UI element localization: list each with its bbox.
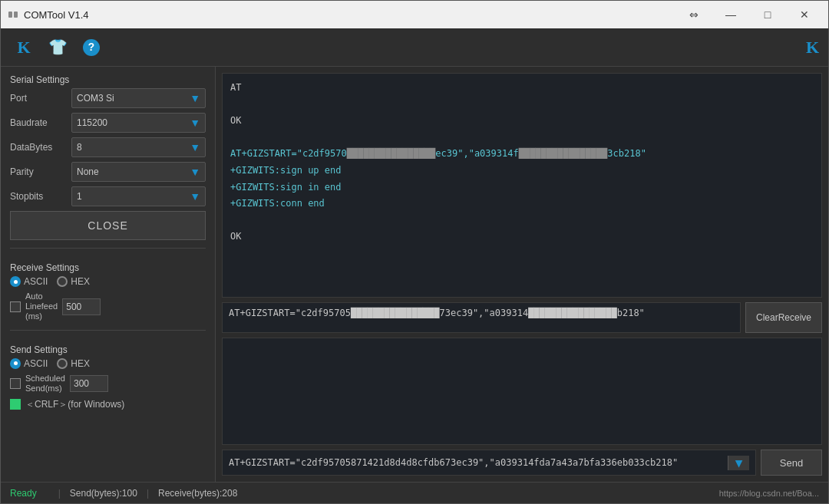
databytes-row: DataBytes 8 ▼	[10, 137, 206, 157]
databytes-arrow-icon: ▼	[190, 141, 200, 153]
k-logo-button[interactable]: K	[10, 34, 38, 61]
status-receive-bytes: Receive(bytes):208	[158, 488, 237, 499]
scheduled-ms-input[interactable]	[70, 375, 108, 392]
send-settings-section: Send Settings ASCII HEX Scheduled	[10, 344, 206, 411]
send-mode-row: ASCII HEX	[10, 358, 206, 369]
left-panel: Serial Settings Port COM3 Si ▼ Baudrate …	[1, 67, 216, 482]
window-controls: ⇔ — □ ✕	[676, 3, 822, 26]
send-input-row: AT+GIZSTART="c2df95705871421d8d4d8cfdb67…	[222, 450, 822, 476]
shirt-icon: 👕	[48, 38, 68, 57]
status-bar: Ready | Send(bytes):100 | Receive(bytes)…	[1, 482, 828, 503]
databytes-label: DataBytes	[10, 142, 71, 153]
log-line-signin: +GIZWITS:sign in end	[230, 180, 814, 196]
send-settings-title: Send Settings	[10, 344, 206, 355]
receive-hex-radio[interactable]	[57, 276, 68, 287]
send-input-dropdown-icon[interactable]: ▼	[728, 456, 749, 470]
crlf-row: ＜CRLF＞(for Windows)	[10, 398, 206, 411]
port-select[interactable]: COM3 Si ▼	[71, 88, 206, 108]
receive-input-row: AT+GIZSTART="c2df95705████████████████73…	[222, 302, 822, 333]
status-send-bytes: Send(bytes):100	[70, 488, 137, 499]
log-line-at: AT	[230, 80, 814, 97]
send-input-display[interactable]: AT+GIZSTART="c2df95705871421d8d4d8cfdb67…	[222, 450, 756, 476]
send-ascii-radio[interactable]	[10, 358, 21, 369]
crlf-checkbox[interactable]	[10, 399, 21, 410]
parity-arrow-icon: ▼	[190, 166, 200, 178]
receive-settings-section: Receive Settings ASCII HEX Auto L	[10, 262, 206, 322]
databytes-select[interactable]: 8 ▼	[71, 137, 206, 157]
right-panel: AT OK AT+GIZSTART="c2df9570█████████████…	[216, 67, 828, 482]
linefeed-ms-input[interactable]	[62, 298, 101, 315]
baudrate-row: Baudrate 115200 ▼	[10, 113, 206, 133]
parity-row: Parity None ▼	[10, 162, 206, 182]
help-icon: ?	[83, 39, 100, 56]
receive-mode-row: ASCII HEX	[10, 276, 206, 287]
app-icon	[7, 8, 19, 21]
log-line-ok1: OK	[230, 113, 814, 130]
receive-settings-title: Receive Settings	[10, 262, 206, 273]
main-content: Serial Settings Port COM3 Si ▼ Baudrate …	[1, 67, 828, 482]
stopbits-select[interactable]: 1 ▼	[71, 186, 206, 206]
send-log-area	[222, 338, 822, 445]
divider-1	[10, 248, 206, 249]
log-line-signup: +GIZWITS:sign up end	[230, 163, 814, 180]
receive-hex-option[interactable]: HEX	[57, 276, 90, 287]
svg-rect-1	[14, 12, 18, 18]
stopbits-label: Stopbits	[10, 191, 71, 202]
log-line-ok2: OK	[230, 229, 814, 245]
auto-linefeed-row: Auto Linefeed (ms)	[10, 292, 206, 322]
toolbar: K 👕 ? K	[1, 28, 828, 67]
stopbits-arrow-icon: ▼	[190, 190, 200, 203]
scheduled-send-row: Scheduled Send(ms)	[10, 374, 206, 394]
baudrate-select[interactable]: 115200 ▼	[71, 113, 206, 133]
status-url: https://blog.csdn.net/Boa...	[719, 489, 819, 498]
serial-settings-section: Serial Settings Port COM3 Si ▼ Baudrate …	[10, 74, 206, 240]
k-right-icon: K	[806, 38, 819, 58]
log-line-conn: +GIZWITS:conn end	[230, 196, 814, 212]
log-line-gizstart: AT+GIZSTART="c2df9570████████████████ec3…	[230, 146, 814, 163]
parity-select[interactable]: None ▼	[71, 162, 206, 182]
close-button[interactable]: ✕	[787, 3, 822, 26]
receive-input-display: AT+GIZSTART="c2df95705████████████████73…	[222, 302, 741, 333]
divider-2	[10, 330, 206, 331]
baudrate-arrow-icon: ▼	[190, 117, 200, 129]
send-button[interactable]: Send	[761, 450, 822, 476]
scheduled-send-checkbox[interactable]	[10, 378, 21, 389]
close-serial-button[interactable]: CLOSE	[10, 211, 206, 240]
port-arrow-icon: ▼	[190, 92, 200, 104]
pin-button[interactable]: ⇔	[676, 3, 712, 26]
window-title: COMTool V1.4	[24, 9, 676, 21]
auto-linefeed-checkbox[interactable]	[10, 301, 21, 312]
k-icon: K	[17, 39, 30, 56]
title-bar: COMTool V1.4 ⇔ — □ ✕	[1, 1, 828, 28]
help-button[interactable]: ?	[78, 34, 105, 61]
send-hex-radio[interactable]	[57, 358, 68, 369]
status-ready: Ready	[10, 488, 37, 499]
clear-receive-button[interactable]: ClearReceive	[745, 302, 822, 333]
shirt-button[interactable]: 👕	[44, 34, 71, 61]
app-window: COMTool V1.4 ⇔ — □ ✕ K 👕 ? K Serial Sett…	[0, 0, 829, 504]
send-hex-option[interactable]: HEX	[57, 358, 90, 369]
baudrate-label: Baudrate	[10, 117, 71, 128]
maximize-button[interactable]: □	[750, 3, 785, 26]
receive-ascii-option[interactable]: ASCII	[10, 276, 48, 287]
minimize-button[interactable]: —	[713, 3, 748, 26]
receive-ascii-radio[interactable]	[10, 276, 21, 287]
port-label: Port	[10, 93, 71, 104]
svg-rect-0	[8, 12, 12, 18]
parity-label: Parity	[10, 166, 71, 177]
stopbits-row: Stopbits 1 ▼	[10, 186, 206, 206]
serial-settings-title: Serial Settings	[10, 74, 206, 85]
send-ascii-option[interactable]: ASCII	[10, 358, 48, 369]
port-row: Port COM3 Si ▼	[10, 88, 206, 108]
receive-log-area: AT OK AT+GIZSTART="c2df9570█████████████…	[222, 73, 822, 298]
